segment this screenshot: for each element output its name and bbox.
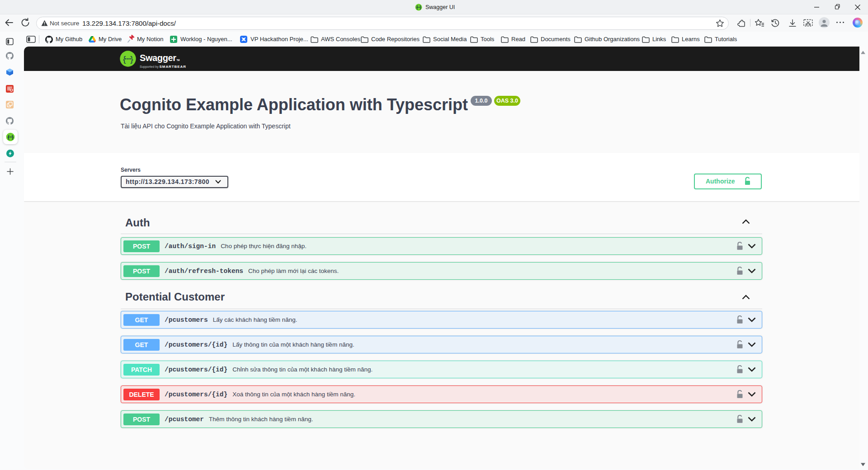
svg-text:}: } — [130, 54, 133, 64]
